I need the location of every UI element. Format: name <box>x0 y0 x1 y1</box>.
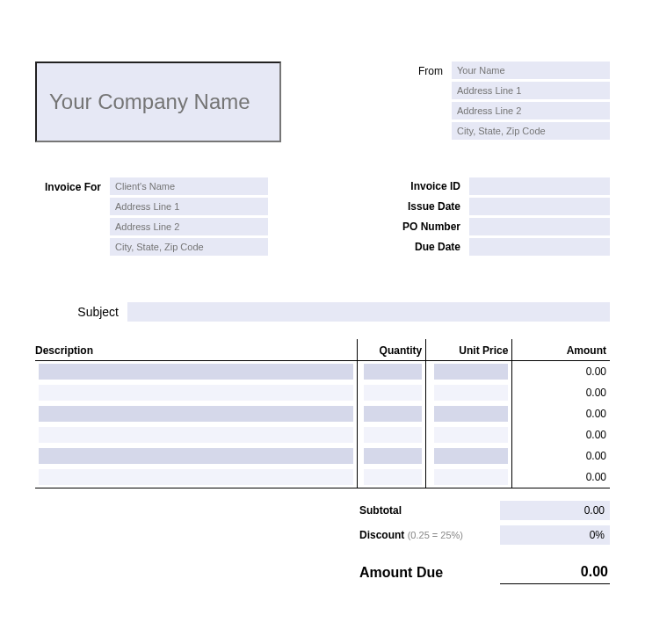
description-input[interactable] <box>39 364 353 380</box>
amount-due-value: 0.00 <box>500 561 610 584</box>
client-csz-input[interactable] <box>110 238 268 256</box>
line-items-table: Description Quantity Unit Price Amount 0… <box>35 339 610 488</box>
due-date-row: Due Date <box>381 238 610 256</box>
from-address-fields <box>452 62 610 142</box>
due-date-input[interactable] <box>469 238 610 256</box>
from-addr1-input[interactable] <box>452 82 610 99</box>
client-addr2-input[interactable] <box>110 218 268 235</box>
quantity-input[interactable] <box>364 385 422 401</box>
issue-date-row: Issue Date <box>381 198 610 215</box>
amount-due-row: Amount Due 0.00 <box>35 561 610 584</box>
table-header-row: Description Quantity Unit Price Amount <box>35 339 610 361</box>
invoice-meta-block: Invoice ID Issue Date PO Number Due Date <box>381 177 610 258</box>
header-row: From <box>35 62 610 142</box>
invoice-for-block: Invoice For <box>35 177 268 258</box>
invoice-for-label: Invoice For <box>35 177 101 258</box>
table-row: 0.00 <box>35 467 610 488</box>
amount-cell: 0.00 <box>512 403 610 424</box>
table-row: 0.00 <box>35 361 610 383</box>
totals-block: Subtotal 0.00 Discount (0.25 = 25%) 0% A… <box>35 501 610 584</box>
table-row: 0.00 <box>35 403 610 424</box>
unit-price-input[interactable] <box>434 364 509 380</box>
table-row: 0.00 <box>35 382 610 403</box>
header-unit-price: Unit Price <box>426 339 512 361</box>
invoice-id-input[interactable] <box>469 177 610 195</box>
description-input[interactable] <box>39 385 353 401</box>
subtotal-row: Subtotal 0.00 <box>35 501 610 520</box>
subject-row: Subject <box>35 302 610 322</box>
description-input[interactable] <box>39 427 353 443</box>
company-name-input[interactable] <box>35 62 281 142</box>
description-input[interactable] <box>39 469 353 485</box>
header-description: Description <box>35 339 357 361</box>
from-name-input[interactable] <box>452 62 610 79</box>
description-input[interactable] <box>39 406 353 422</box>
from-csz-input[interactable] <box>452 122 610 140</box>
issue-date-label: Issue Date <box>381 200 460 213</box>
quantity-input[interactable] <box>364 427 422 443</box>
client-addr1-input[interactable] <box>110 198 268 215</box>
amount-cell: 0.00 <box>512 382 610 403</box>
quantity-input[interactable] <box>364 406 422 422</box>
header-amount: Amount <box>512 339 610 361</box>
table-row: 0.00 <box>35 445 610 467</box>
unit-price-input[interactable] <box>434 448 509 464</box>
from-addr2-input[interactable] <box>452 102 610 119</box>
mid-row: Invoice For Invoice ID Issue Date PO Num… <box>35 177 610 258</box>
subject-label: Subject <box>35 305 119 319</box>
invoice-template: From Invoice For Invoice ID <box>0 0 645 619</box>
from-block: From <box>390 62 610 142</box>
po-number-row: PO Number <box>381 218 610 235</box>
subject-input[interactable] <box>127 302 610 322</box>
amount-due-label: Amount Due <box>359 565 500 581</box>
unit-price-input[interactable] <box>434 406 509 422</box>
invoice-id-row: Invoice ID <box>381 177 610 195</box>
client-address-fields <box>110 177 268 258</box>
from-label: From <box>390 62 443 142</box>
description-input[interactable] <box>39 448 353 464</box>
header-quantity: Quantity <box>357 339 425 361</box>
discount-label: Discount (0.25 = 25%) <box>359 529 500 541</box>
unit-price-input[interactable] <box>434 427 509 443</box>
client-name-input[interactable] <box>110 177 268 195</box>
discount-value[interactable]: 0% <box>500 525 610 545</box>
discount-hint: (0.25 = 25%) <box>408 530 463 540</box>
subtotal-label: Subtotal <box>359 504 500 517</box>
discount-row: Discount (0.25 = 25%) 0% <box>35 525 610 545</box>
po-number-label: PO Number <box>381 221 460 233</box>
po-number-input[interactable] <box>469 218 610 235</box>
quantity-input[interactable] <box>364 469 422 485</box>
due-date-label: Due Date <box>381 241 460 253</box>
subtotal-value: 0.00 <box>500 501 610 520</box>
issue-date-input[interactable] <box>469 198 610 215</box>
table-row: 0.00 <box>35 424 610 445</box>
quantity-input[interactable] <box>364 448 422 464</box>
amount-cell: 0.00 <box>512 467 610 488</box>
invoice-id-label: Invoice ID <box>381 180 460 192</box>
amount-cell: 0.00 <box>512 424 610 445</box>
amount-cell: 0.00 <box>512 445 610 467</box>
unit-price-input[interactable] <box>434 469 509 485</box>
quantity-input[interactable] <box>364 364 422 380</box>
unit-price-input[interactable] <box>434 385 509 401</box>
amount-cell: 0.00 <box>512 361 610 383</box>
